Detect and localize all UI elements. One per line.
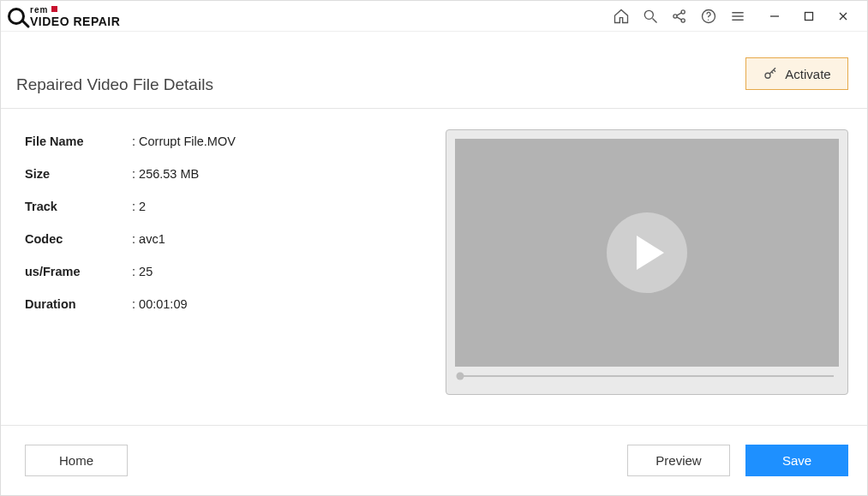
detail-row-track: Track 2 [25,200,428,213]
footer: Home Preview Save [1,425,867,495]
scrub-bar[interactable] [455,367,839,385]
subheader: Repaired Video File Details Activate [1,32,867,109]
preview-button[interactable]: Preview [627,445,730,476]
scrub-thumb[interactable] [457,373,464,380]
detail-row-usframe: us/Frame 25 [25,265,428,278]
home-button-label: Home [59,453,93,468]
close-button[interactable] [826,2,860,31]
detail-label: Size [25,167,132,181]
activate-label: Activate [785,67,830,81]
preview-button-label: Preview [655,453,701,468]
detail-value: 00:01:09 [132,297,188,311]
detail-label: Duration [25,297,132,311]
play-button[interactable] [607,212,687,293]
detail-label: Track [25,200,132,213]
menu-icon[interactable] [723,2,752,31]
content-area: File Name Corrupt File.MOV Size 256.53 M… [1,109,867,395]
search-icon[interactable] [636,2,665,31]
home-icon[interactable] [607,2,636,31]
video-frame [446,129,848,395]
video-canvas[interactable] [455,139,839,367]
share-icon[interactable] [665,2,694,31]
save-button[interactable]: Save [745,445,848,476]
detail-label: Codec [25,232,132,246]
detail-value: 2 [132,200,146,213]
file-details: File Name Corrupt File.MOV Size 256.53 M… [25,129,428,395]
minimize-button[interactable] [757,2,792,31]
app-logo: rem VIDEO REPAIR [8,3,153,29]
help-icon[interactable] [694,2,723,31]
key-icon [763,66,778,81]
detail-value: 256.53 MB [132,167,199,181]
svg-point-11 [765,73,770,78]
detail-label: File Name [25,134,132,148]
titlebar-actions [607,2,752,31]
play-icon [637,236,664,270]
detail-row-filename: File Name Corrupt File.MOV [25,134,428,148]
save-button-label: Save [782,453,811,468]
detail-value: avc1 [132,232,165,246]
scrub-track[interactable] [460,375,834,377]
detail-value: 25 [132,265,153,278]
titlebar: rem VIDEO REPAIR [1,1,867,32]
svg-rect-10 [805,12,813,20]
activate-button[interactable]: Activate [745,57,848,90]
window-controls [757,2,860,31]
detail-row-codec: Codec avc1 [25,232,428,246]
detail-row-duration: Duration 00:01:09 [25,297,428,311]
preview-pane [445,129,848,395]
detail-row-size: Size 256.53 MB [25,167,428,181]
detail-value: Corrupt File.MOV [132,134,236,148]
home-button[interactable]: Home [25,445,128,476]
svg-point-4 [644,10,653,19]
svg-text:rem: rem [30,5,48,15]
detail-label: us/Frame [25,265,132,278]
maximize-button[interactable] [792,2,826,31]
svg-rect-2 [51,6,57,12]
svg-text:VIDEO REPAIR: VIDEO REPAIR [30,15,120,28]
page-title: Repaired Video File Details [16,75,213,94]
svg-point-9 [708,19,709,20]
